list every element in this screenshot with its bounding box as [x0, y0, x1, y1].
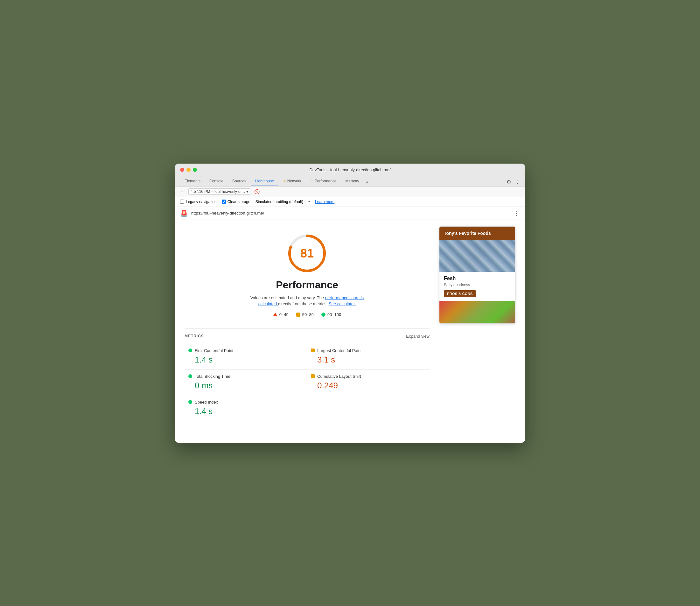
throttling-label: Simulated throttling (default)	[256, 200, 303, 204]
poor-icon	[273, 312, 277, 317]
tbt-label: Total Blocking Time	[195, 374, 231, 379]
expand-view-button[interactable]: Expand view	[406, 334, 430, 339]
gauge-score: 81	[300, 246, 314, 260]
tab-lighthouse[interactable]: Lighthouse	[251, 177, 279, 186]
metric-lcp: Largest Contentful Paint 3.1 s	[307, 344, 430, 370]
preview-second-image	[439, 301, 515, 323]
lighthouse-icon: 🚨	[180, 209, 188, 217]
metric-si: Speed Index 1.4 s	[185, 395, 307, 421]
warning-icon-network: ⚠	[283, 179, 286, 183]
traffic-lights	[180, 168, 197, 172]
right-panel: Tony's Favorite Foods Fesh Salty goodnes…	[439, 226, 515, 436]
good-icon	[321, 312, 325, 317]
legacy-navigation-option[interactable]: Legacy navigation	[180, 200, 217, 204]
fcp-value: 1.4 s	[188, 355, 303, 365]
si-value: 1.4 s	[188, 406, 303, 416]
calculator-link[interactable]: See calculator.	[329, 301, 356, 306]
clear-storage-checkbox[interactable]	[222, 200, 226, 204]
score-description: Values are estimated and may vary. The p…	[247, 295, 367, 307]
performance-title: Performance	[276, 279, 338, 291]
tab-performance[interactable]: ⚠Performance	[306, 177, 341, 186]
fish-image	[439, 240, 515, 272]
fcp-label: First Contentful Paint	[195, 348, 233, 353]
tbt-status-indicator	[188, 374, 192, 378]
session-dropdown-arrow: ▾	[246, 189, 248, 194]
clear-storage-option[interactable]: Clear storage	[222, 200, 250, 204]
si-label: Speed Index	[195, 400, 218, 404]
devtools-window: DevTools - foul-heavenly-direction.glitc…	[175, 164, 525, 443]
maximize-button[interactable]	[193, 168, 197, 172]
tab-console[interactable]: Console	[205, 177, 228, 186]
left-panel: 81 Performance Values are estimated and …	[185, 226, 430, 436]
tbt-value: 0 ms	[188, 381, 303, 391]
metrics-header: METRICS Expand view	[185, 334, 430, 339]
metrics-grid: First Contentful Paint 1.4 s Largest Con…	[185, 344, 430, 421]
add-session-button[interactable]: +	[179, 188, 185, 195]
options-bar: Legacy navigation Clear storage Simulate…	[175, 197, 525, 207]
cls-label: Cumulative Layout Shift	[317, 374, 361, 379]
tab-elements[interactable]: Elements	[180, 177, 205, 186]
devtools-actions: ⚙ ⋮	[507, 179, 520, 186]
title-bar: DevTools - foul-heavenly-direction.glitc…	[175, 164, 525, 187]
delete-session-button[interactable]: 🚫	[254, 188, 260, 195]
session-dropdown[interactable]: 4:57:16 PM – foul-heavenly-di… ▾	[188, 188, 250, 195]
metric-cls: Cumulative Layout Shift 0.249	[307, 370, 430, 395]
food-description: Salty goodness	[444, 283, 511, 287]
tab-network[interactable]: ⚠Network	[279, 177, 306, 186]
lcp-label: Largest Contentful Paint	[317, 348, 361, 353]
url-more-button[interactable]: ⋮	[514, 210, 520, 217]
food-name: Fesh	[444, 276, 511, 281]
legacy-navigation-checkbox[interactable]	[180, 200, 184, 204]
legend-good: 90–100	[321, 312, 341, 317]
tabs-bar: Elements Console Sources Lighthouse ⚠Net…	[180, 176, 520, 186]
session-toolbar: + 4:57:16 PM – foul-heavenly-di… ▾ 🚫	[175, 187, 525, 197]
preview-card-header: Tony's Favorite Foods	[439, 227, 515, 240]
session-label: 4:57:16 PM – foul-heavenly-di…	[191, 189, 245, 194]
more-options-icon[interactable]: ⋮	[515, 179, 520, 185]
fcp-status-indicator	[188, 349, 192, 352]
legend-poor: 0–49	[273, 312, 289, 317]
lcp-value: 3.1 s	[311, 355, 426, 365]
score-section: 81 Performance Values are estimated and …	[185, 226, 430, 323]
url-text: https://foul-heavenly-direction.glitch.m…	[191, 211, 511, 215]
cls-value: 0.249	[311, 381, 426, 391]
performance-gauge: 81	[286, 233, 328, 274]
tab-sources[interactable]: Sources	[228, 177, 251, 186]
learn-more-link[interactable]: Learn more	[315, 200, 334, 204]
more-tabs-button[interactable]: »	[364, 177, 371, 186]
legend-average: 50–89	[296, 312, 314, 317]
close-button[interactable]	[180, 168, 184, 172]
main-content: 81 Performance Values are estimated and …	[175, 220, 525, 443]
url-bar: 🚨 https://foul-heavenly-direction.glitch…	[175, 207, 525, 220]
preview-header-text: Tony's Favorite Foods	[444, 231, 491, 236]
average-icon	[296, 312, 300, 317]
preview-card: Tony's Favorite Foods Fesh Salty goodnes…	[439, 226, 515, 324]
minimize-button[interactable]	[187, 168, 191, 172]
metric-tbt: Total Blocking Time 0 ms	[185, 370, 307, 395]
preview-card-body: Fesh Salty goodness PROS & CONS	[439, 272, 515, 301]
settings-icon[interactable]: ⚙	[507, 179, 511, 185]
preview-food-image	[439, 240, 515, 272]
score-legend: 0–49 50–89 90–100	[273, 312, 341, 317]
warning-icon-performance: ⚠	[310, 179, 314, 183]
lcp-status-indicator	[311, 349, 315, 352]
metric-fcp: First Contentful Paint 1.4 s	[185, 344, 307, 370]
throttling-dropdown-arrow: ▾	[308, 200, 310, 203]
tab-memory[interactable]: Memory	[341, 177, 364, 186]
metrics-label: METRICS	[185, 334, 204, 338]
si-status-indicator	[188, 400, 192, 404]
cls-status-indicator	[311, 374, 315, 378]
pros-cons-button[interactable]: PROS & CONS	[444, 290, 476, 297]
window-title: DevTools - foul-heavenly-direction.glitc…	[309, 167, 390, 172]
metrics-section: METRICS Expand view First Contentful Pai…	[185, 328, 430, 421]
